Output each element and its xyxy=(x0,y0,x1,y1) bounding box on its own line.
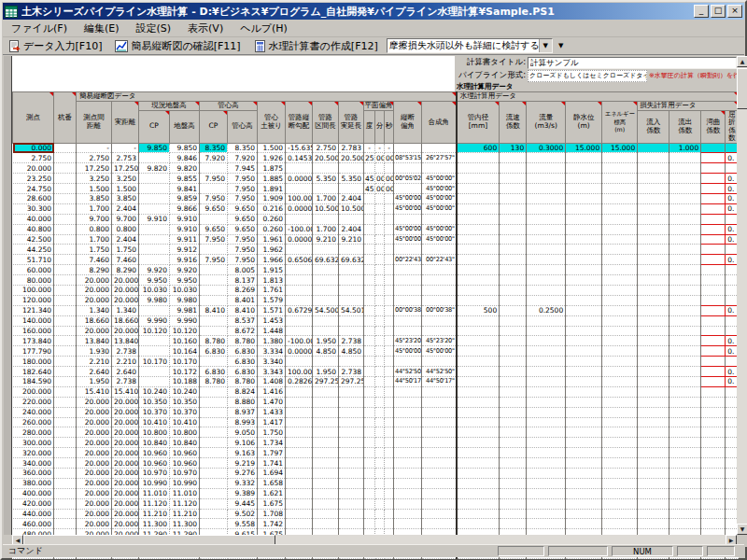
cell[interactable]: 6.830 xyxy=(228,367,258,377)
cell[interactable]: 1.915 xyxy=(258,265,286,275)
cell[interactable] xyxy=(375,245,385,255)
cell[interactable] xyxy=(394,509,422,519)
cell[interactable] xyxy=(669,275,701,286)
cell[interactable] xyxy=(394,357,422,367)
cell[interactable] xyxy=(701,193,726,203)
cell[interactable] xyxy=(313,295,339,305)
cell[interactable]: 20.000 xyxy=(112,488,139,498)
cell[interactable] xyxy=(602,234,638,245)
cell[interactable] xyxy=(527,438,566,448)
cell[interactable] xyxy=(566,163,602,174)
cell[interactable] xyxy=(385,458,394,469)
cell[interactable]: 7.920 xyxy=(200,153,228,163)
cell[interactable] xyxy=(669,458,701,469)
cell[interactable] xyxy=(364,407,375,417)
cell[interactable] xyxy=(54,386,77,397)
cell[interactable]: 20.000 xyxy=(77,438,112,448)
cell[interactable] xyxy=(638,315,669,326)
cell[interactable] xyxy=(638,397,669,407)
cell[interactable]: 1.750 xyxy=(77,245,112,255)
cell[interactable] xyxy=(375,265,385,275)
cell[interactable]: 44°50'17" xyxy=(394,376,422,386)
col-vcoef[interactable]: 流速 係数 xyxy=(500,102,527,144)
cell[interactable] xyxy=(638,234,669,245)
cell[interactable] xyxy=(200,163,228,174)
cell[interactable] xyxy=(669,427,701,438)
cell[interactable] xyxy=(139,193,170,203)
cell[interactable] xyxy=(638,438,669,448)
cell[interactable]: 20.000 xyxy=(112,519,139,529)
cell[interactable] xyxy=(669,386,701,397)
cell[interactable]: 3.343 xyxy=(258,367,286,377)
cell[interactable] xyxy=(313,488,339,498)
cell[interactable] xyxy=(394,265,422,275)
cell[interactable]: 10.500 xyxy=(339,203,364,214)
cell[interactable] xyxy=(375,163,385,174)
cell[interactable]: 69.632 xyxy=(313,255,339,265)
cell[interactable] xyxy=(339,295,364,305)
cell[interactable]: 9.859 xyxy=(170,193,200,203)
cell[interactable]: 3.850 xyxy=(112,193,139,203)
cell[interactable] xyxy=(457,478,500,488)
cell[interactable]: 9.910 xyxy=(170,214,200,224)
cell[interactable]: 180.000 xyxy=(13,357,54,367)
cell[interactable] xyxy=(422,519,457,529)
cell[interactable] xyxy=(394,519,422,529)
cell[interactable] xyxy=(385,224,394,234)
cell[interactable] xyxy=(394,469,422,479)
cell[interactable]: 20.000 xyxy=(112,295,139,305)
cell[interactable] xyxy=(375,285,385,295)
cell[interactable]: 20.000 xyxy=(77,417,112,427)
cell[interactable] xyxy=(457,174,500,184)
col-dia[interactable]: 管内径 [mm] xyxy=(457,102,500,144)
cell[interactable] xyxy=(313,438,339,448)
cell[interactable] xyxy=(701,203,726,214)
cell[interactable] xyxy=(701,305,726,315)
cell[interactable]: 8.780 xyxy=(200,336,228,346)
cell[interactable] xyxy=(375,193,385,203)
cell[interactable] xyxy=(701,184,726,194)
cell[interactable]: 7.950 xyxy=(228,245,258,255)
cell[interactable] xyxy=(602,275,638,286)
cell[interactable] xyxy=(638,184,669,194)
cell[interactable] xyxy=(602,509,638,519)
cell[interactable] xyxy=(638,478,669,488)
cell[interactable] xyxy=(669,224,701,234)
cell[interactable] xyxy=(527,519,566,529)
cell[interactable] xyxy=(364,397,375,407)
cell[interactable] xyxy=(364,326,375,336)
cell[interactable]: 2.738 xyxy=(112,346,139,357)
pipeline-type-value[interactable]: クローズドもしくはセミクローズドタイプ xyxy=(528,70,647,82)
cell[interactable] xyxy=(375,478,385,488)
cell[interactable]: 100.0000% xyxy=(286,193,313,203)
cell[interactable] xyxy=(527,255,566,265)
cell[interactable] xyxy=(669,193,701,203)
cell[interactable]: 1.700 xyxy=(77,234,112,245)
cell[interactable] xyxy=(139,336,170,346)
cell[interactable] xyxy=(339,407,364,417)
cell[interactable] xyxy=(139,224,170,234)
cell[interactable] xyxy=(286,448,313,458)
menu-edit[interactable]: 編集(E) xyxy=(76,20,128,37)
cell[interactable] xyxy=(602,245,638,255)
cell[interactable] xyxy=(200,275,228,286)
cell[interactable]: 20.000 xyxy=(77,509,112,519)
cell[interactable] xyxy=(375,448,385,458)
cell[interactable] xyxy=(313,469,339,479)
cell[interactable] xyxy=(385,203,394,214)
cell[interactable]: 00 xyxy=(385,153,394,163)
cell[interactable]: 20.000 xyxy=(112,407,139,417)
cell[interactable] xyxy=(527,478,566,488)
cell[interactable]: 0.6729% xyxy=(286,305,313,315)
cell[interactable] xyxy=(394,448,422,458)
cell[interactable]: 44°52'50" xyxy=(422,367,457,377)
col-energy[interactable]: エネルギー 標高 (m) xyxy=(602,102,638,144)
cell[interactable]: 1.926 xyxy=(258,153,286,163)
cell[interactable] xyxy=(364,509,375,519)
cell[interactable]: 20.000 xyxy=(112,498,139,509)
cell[interactable]: 1.875 xyxy=(258,163,286,174)
cell[interactable] xyxy=(638,469,669,479)
cell[interactable] xyxy=(286,427,313,438)
cell[interactable]: 40.000 xyxy=(13,214,54,224)
cell[interactable] xyxy=(364,346,375,357)
